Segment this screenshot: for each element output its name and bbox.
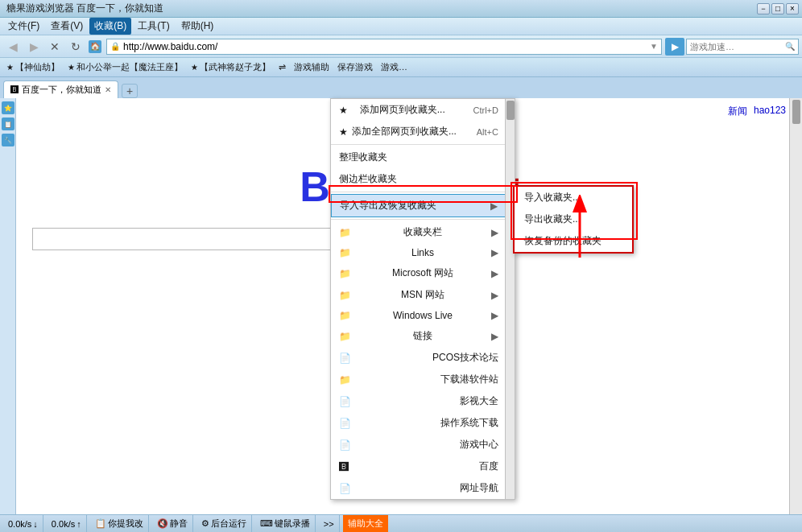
search-input[interactable] [690,42,785,52]
doc-icon-5: 📄 [339,483,351,494]
dropdown-scroll-thumb[interactable] [506,101,515,120]
status-assist[interactable]: 辅助大全 [343,515,388,532]
bookmark-youxi[interactable]: 游戏… [378,60,411,75]
favorites-pcos[interactable]: 📄 PCOS技术论坛 [331,347,515,369]
browser-window: 糖果游戏浏览器 百度一下，你就知道 － □ × 文件(F) 查看(V) 收藏(B… [0,0,802,532]
favorites-import-export[interactable]: 导入导出及恢复收藏夹 ▶ [331,194,515,217]
new-tab-button[interactable]: + [122,84,138,98]
menu-help[interactable]: 帮助(H) [176,18,219,35]
add-page-label: 添加网页到收藏夹... [360,103,445,117]
stop-button[interactable]: ✕ [45,38,64,56]
separator-2 [331,192,515,192]
favorites-links[interactable]: 📁 Links ▶ [331,243,515,262]
favorites-microsoft[interactable]: 📁 Microsoft 网站 ▶ [331,262,515,284]
mute-icon: 🔇 [157,518,168,529]
status-macro[interactable]: ⌨ 键鼠录播 [255,515,316,532]
favorites-os[interactable]: 📄 操作系统下载 [331,412,515,434]
msn-label: MSN 网站 [401,288,444,302]
dropdown-scrollbar[interactable] [505,99,515,499]
import-export-label: 导入导出及恢复收藏夹 [340,199,436,212]
sidebar-icon-2[interactable]: 📋 [2,118,14,130]
menu-favorites[interactable]: 收藏(B) [89,18,131,35]
favorites-nav[interactable]: 📄 网址导航 [331,477,515,499]
title-bar: 糖果游戏浏览器 百度一下，你就知道 － □ × [0,0,802,18]
download-label: 下载港软件站 [440,373,498,386]
status-more[interactable]: >> [319,515,340,532]
search-icon[interactable]: 🔍 [785,42,795,51]
close-button[interactable]: × [786,3,799,14]
folder-icon-6: 📁 [339,331,351,342]
bookmark-gongjv[interactable]: ★ 和小公举一起【魔法王座】 [64,60,186,75]
bookmark-star-icon: ★ [6,63,14,72]
status-speed2: 0.0k/s ↑ [47,515,87,532]
favorites-sidebar[interactable]: 侧边栏收藏夹 [331,168,515,190]
home-icon[interactable]: 🏠 [89,40,101,53]
status-speed1: 0.0k/s ↓ [3,515,43,532]
menu-view[interactable]: 查看(V) [46,18,88,35]
separator-1 [331,144,515,145]
baidu-hao123-link[interactable]: hao123 [754,105,786,118]
favorites-baidu-item[interactable]: 🅱 百度 [331,456,515,477]
favorites-links-2[interactable]: 📁 链接 ▶ [331,325,515,347]
favorites-add-all[interactable]: ★ 添加全部网页到收藏夹... Alt+C [331,121,515,142]
folder-icon-2: 📁 [339,247,351,258]
feedback-label: 你提我改 [108,518,143,530]
favorites-organize[interactable]: 整理收藏夹 [331,146,515,168]
windows-live-label: Windows Live [393,310,453,321]
refresh-button[interactable]: ↻ [66,38,85,56]
window-title: 糖果游戏浏览器 百度一下，你就知道 [3,2,757,15]
folder-arrow-4: ▶ [491,290,498,301]
minimize-button[interactable]: － [757,3,770,14]
address-input[interactable] [123,41,650,52]
maximize-button[interactable]: □ [771,3,784,14]
speed1-value: 0.0k/s [8,519,31,529]
favorites-msn[interactable]: 📁 MSN 网站 ▶ [331,284,515,306]
scrollbar[interactable] [789,98,802,514]
sidebar-icon-3[interactable]: 🔧 [2,134,14,146]
status-background[interactable]: ⚙ 后台运行 [196,515,252,532]
menu-file[interactable]: 文件(F) [3,18,44,35]
links2-label: 链接 [413,329,432,343]
folder-arrow-1: ▶ [491,227,498,238]
menu-tools[interactable]: 工具(T) [133,18,174,35]
sidebar-icon-1[interactable]: ⭐ [2,101,14,114]
menu-bar: 文件(F) 查看(V) 收藏(B) 工具(T) 帮助(H) [0,18,802,35]
favorites-download[interactable]: 📁 下载港软件站 [331,369,515,390]
back-button[interactable]: ◀ [3,38,23,56]
mute-label: 静音 [170,518,188,530]
macro-label: 键鼠录播 [275,518,310,530]
tab-baidu[interactable]: 🅱 百度一下，你就知道 ✕ [3,80,118,98]
bookmarks-bar: ★ 【神仙劫】 ★ 和小公举一起【魔法王座】 ★ 【武神将赵子龙】 ⇌ 游戏辅助… [0,58,802,77]
nav-bar: ◀ ▶ ✕ ↻ 🏠 🔒 ▼ ▶ 🔍 [0,35,802,58]
address-bar[interactable]: 🔒 ▼ [106,39,662,55]
folder-icon-4: 📁 [339,290,351,301]
search-box[interactable]: 🔍 [686,39,799,55]
forward-button[interactable]: ▶ [24,38,43,56]
status-bar: 0.0k/s ↓ 0.0k/s ↑ 📋 你提我改 🔇 静音 ⚙ 后台运行 ⌨ 键… [0,514,802,532]
favorites-add-page[interactable]: ★ 添加网页到收藏夹... Ctrl+D [331,99,515,121]
bookmark-wushen[interactable]: ★ 【武神将赵子龙】 [188,60,274,75]
favorites-movies[interactable]: 📄 影视大全 [331,390,515,412]
status-mute[interactable]: 🔇 静音 [152,515,193,532]
folder-icon-3: 📁 [339,268,351,279]
ssl-icon: 🔒 [110,42,120,51]
scroll-thumb[interactable] [792,100,800,124]
doc-icon-4: 📄 [339,439,351,451]
bookmark-youxifuzhu[interactable]: 游戏辅助 [291,60,333,75]
search-go-button[interactable]: ▶ [665,38,684,56]
baidu-news-link[interactable]: 新闻 [728,105,747,118]
folder-arrow-5: ▶ [491,310,498,321]
bookmark-star-icon-2: ★ [68,63,75,72]
links-label: Links [411,247,434,258]
favorites-bar-folder[interactable]: 📁 收藏夹栏 ▶ [331,221,515,243]
status-feedback[interactable]: 📋 你提我改 [90,515,149,532]
favorites-gamecenter[interactable]: 📄 游戏中心 [331,434,515,456]
bookmark-shenjianji[interactable]: ★ 【神仙劫】 [3,60,63,75]
baidu-search-input[interactable] [32,228,370,250]
favorites-windows-live[interactable]: 📁 Windows Live ▶ [331,306,515,325]
bookmark-star-icon-3: ★ [191,63,198,72]
tab-close-button[interactable]: ✕ [105,85,111,94]
dropdown-arrow-icon[interactable]: ▼ [650,42,658,51]
bookmark-baocunyouxi[interactable]: 保存游戏 [334,60,376,75]
window-controls: － □ × [757,3,799,14]
